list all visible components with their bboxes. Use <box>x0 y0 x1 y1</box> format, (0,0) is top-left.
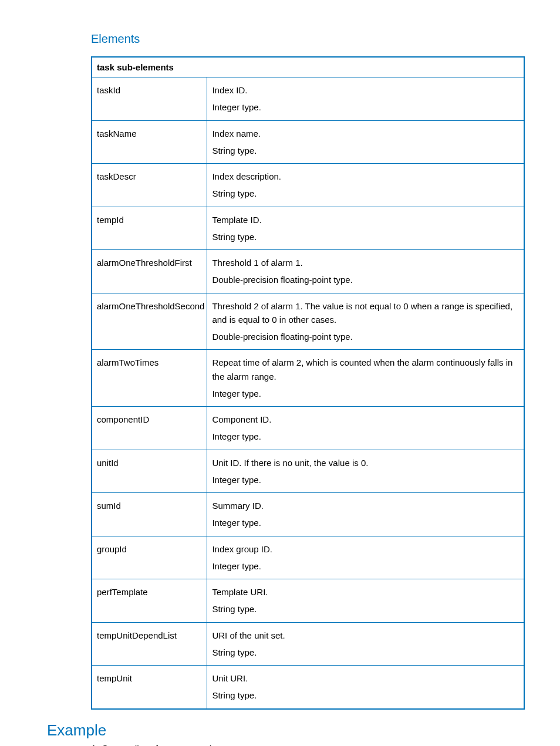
description-line: Threshold 1 of alarm 1. <box>212 256 519 269</box>
element-description: Summary ID.Integer type. <box>207 493 524 536</box>
description-line: Integer type. <box>212 100 519 114</box>
table-row: alarmOneThresholdSecondThreshold 2 of al… <box>92 293 524 350</box>
element-name: tempUnitDependList <box>92 622 207 666</box>
page: Elements task sub-elements taskIdIndex I… <box>0 0 560 746</box>
heading-example: Example <box>47 721 525 740</box>
description-line: Index description. <box>212 170 519 183</box>
description-line: Template URI. <box>212 585 519 599</box>
element-name: tempUnit <box>92 666 207 709</box>
table-row: tempIdTemplate ID.String type. <box>92 207 524 250</box>
description-line: Integer type. <box>212 516 519 529</box>
table-row: alarmTwoTimesRepeat time of alarm 2, whi… <box>92 350 524 407</box>
description-line: Index group ID. <box>212 542 519 556</box>
element-name: groupId <box>92 536 207 579</box>
element-name: alarmOneThresholdFirst <box>92 250 207 293</box>
element-description: Template ID.String type. <box>207 207 524 250</box>
description-line: Unit URI. <box>212 671 519 685</box>
heading-elements: Elements <box>91 32 525 46</box>
element-description: Unit ID. If there is no unit, the value … <box>207 450 524 493</box>
element-description: Index description.String type. <box>207 164 524 207</box>
element-description: Index group ID.Integer type. <box>207 536 524 579</box>
table-row: tempUnitUnit URI.String type. <box>92 666 524 709</box>
description-line: Index name. <box>212 127 519 140</box>
element-description: Template URI.String type. <box>207 579 524 623</box>
element-name: unitId <box>92 450 207 493</box>
description-line: Integer type. <box>212 430 519 443</box>
description-line: Repeat time of alarm 2, which is counted… <box>212 356 519 383</box>
element-name: taskId <box>92 77 207 121</box>
table-row: taskDescrIndex description.String type. <box>92 164 524 207</box>
element-description: Component ID.Integer type. <box>207 407 524 450</box>
description-line: String type. <box>212 688 519 702</box>
element-name: componentID <box>92 407 207 450</box>
element-description: Index name.String type. <box>207 120 524 164</box>
table-row: alarmOneThresholdFirstThreshold 1 of ala… <box>92 250 524 293</box>
description-line: URI of the unit set. <box>212 629 519 642</box>
description-line: Integer type. <box>212 473 519 487</box>
table-row: sumIdSummary ID.Integer type. <box>92 493 524 536</box>
example-step: 1. Query all performance tasks. <box>91 744 525 747</box>
element-name: taskName <box>92 120 207 164</box>
description-line: String type. <box>212 187 519 200</box>
description-line: Unit ID. If there is no unit, the value … <box>212 456 519 470</box>
table-row: unitIdUnit ID. If there is no unit, the … <box>92 450 524 493</box>
table-row: perfTemplateTemplate URI.String type. <box>92 579 524 623</box>
table-header: task sub-elements <box>92 57 524 77</box>
element-description: Unit URI.String type. <box>207 666 524 709</box>
element-name: sumId <box>92 493 207 536</box>
element-name: alarmTwoTimes <box>92 350 207 407</box>
element-name: tempId <box>92 207 207 250</box>
description-line: Summary ID. <box>212 499 519 512</box>
description-line: String type. <box>212 646 519 659</box>
element-name: perfTemplate <box>92 579 207 623</box>
table-row: componentIDComponent ID.Integer type. <box>92 407 524 450</box>
table-row: groupIdIndex group ID.Integer type. <box>92 536 524 579</box>
elements-table: task sub-elements taskIdIndex ID.Integer… <box>91 56 525 710</box>
description-line: Threshold 2 of alarm 1. The value is not… <box>212 299 519 327</box>
description-line: String type. <box>212 144 519 157</box>
table-row: tempUnitDependListURI of the unit set.St… <box>92 622 524 666</box>
description-line: Template ID. <box>212 213 519 227</box>
description-line: Index ID. <box>212 83 519 97</box>
element-description: Threshold 1 of alarm 1.Double-precision … <box>207 250 524 293</box>
description-line: Double-precision floating-point type. <box>212 273 519 286</box>
description-line: Component ID. <box>212 413 519 426</box>
description-line: Integer type. <box>212 387 519 400</box>
element-description: Repeat time of alarm 2, which is counted… <box>207 350 524 407</box>
element-description: URI of the unit set.String type. <box>207 622 524 666</box>
description-line: String type. <box>212 230 519 244</box>
element-name: alarmOneThresholdSecond <box>92 293 207 350</box>
element-name: taskDescr <box>92 164 207 207</box>
element-description: Threshold 2 of alarm 1. The value is not… <box>207 293 524 350</box>
table-row: taskNameIndex name.String type. <box>92 120 524 164</box>
element-description: Index ID.Integer type. <box>207 77 524 121</box>
description-line: Double-precision floating-point type. <box>212 330 519 343</box>
table-row: taskIdIndex ID.Integer type. <box>92 77 524 121</box>
description-line: String type. <box>212 602 519 616</box>
description-line: Integer type. <box>212 559 519 573</box>
